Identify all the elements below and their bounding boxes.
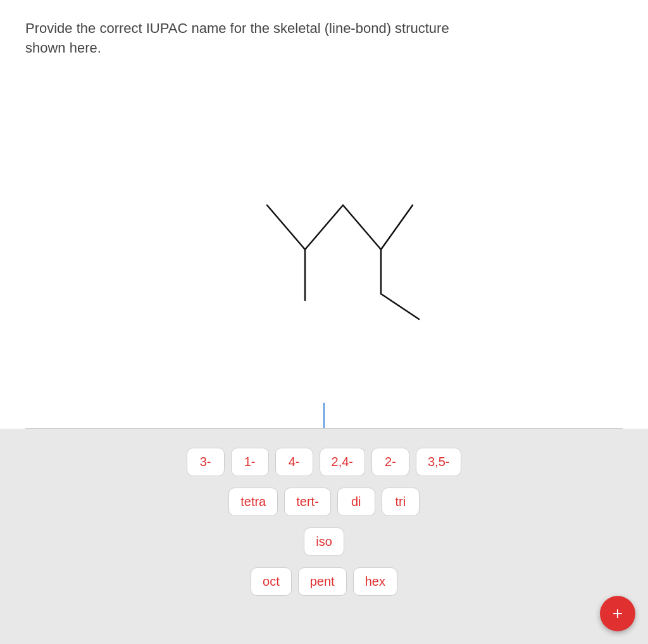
token-iso[interactable]: iso	[304, 527, 344, 556]
fab-add-button[interactable]: +	[600, 596, 635, 631]
token-row-4: oct pent hex	[251, 567, 397, 596]
svg-line-2	[305, 205, 343, 249]
molecule-container	[25, 71, 623, 428]
token-4[interactable]: 4-	[275, 448, 313, 476]
token-2[interactable]: 2-	[371, 448, 409, 476]
token-3[interactable]: 3-	[187, 448, 225, 476]
answer-panel: 3- 1- 4- 2,4- 2- 3,5- tetra tert- di tri…	[0, 429, 648, 644]
svg-line-6	[381, 294, 419, 319]
question-text: Provide the correct IUPAC name for the s…	[25, 19, 456, 58]
question-section: Provide the correct IUPAC name for the s…	[0, 0, 648, 429]
token-oct[interactable]: oct	[251, 567, 292, 596]
token-1[interactable]: 1-	[231, 448, 269, 476]
token-tri[interactable]: tri	[382, 488, 420, 516]
molecule-structure	[210, 167, 438, 332]
token-3-5[interactable]: 3,5-	[416, 448, 461, 476]
token-tetra[interactable]: tetra	[228, 488, 278, 516]
cursor-line	[323, 403, 325, 428]
token-di[interactable]: di	[337, 488, 375, 516]
token-tert[interactable]: tert-	[284, 488, 331, 516]
svg-line-0	[267, 205, 305, 249]
token-pent[interactable]: pent	[298, 567, 347, 596]
token-2-4[interactable]: 2,4-	[320, 448, 365, 476]
token-row-2: tetra tert- di tri	[228, 488, 420, 516]
token-hex[interactable]: hex	[353, 567, 397, 596]
svg-line-4	[381, 205, 413, 249]
svg-line-3	[343, 205, 381, 249]
token-row-3: iso	[304, 527, 344, 556]
token-row-1: 3- 1- 4- 2,4- 2- 3,5-	[187, 448, 462, 476]
